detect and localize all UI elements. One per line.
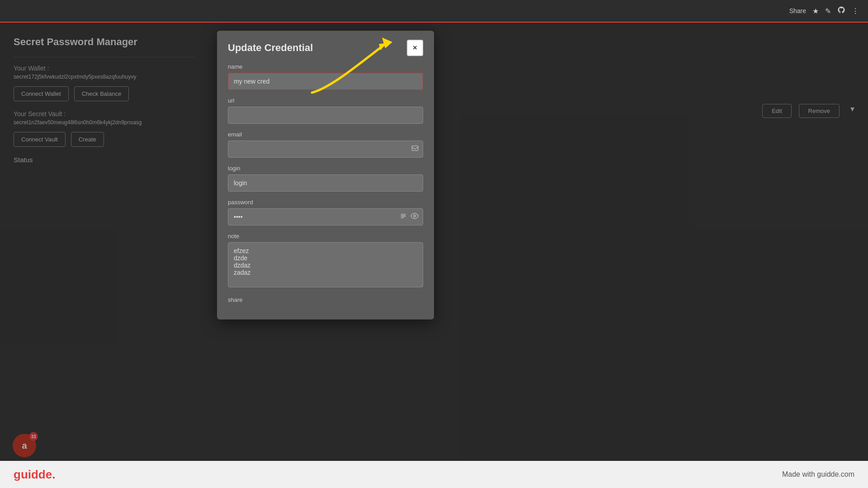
update-credential-modal: Update Credential × name url email — [217, 31, 434, 319]
note-input[interactable]: efzez dzde dzdaz zadaz — [228, 242, 423, 287]
modal-header: Update Credential × — [217, 31, 434, 63]
guidde-logo-text: guidde. — [14, 468, 55, 482]
login-input[interactable] — [228, 174, 423, 192]
toggle-password-icon[interactable] — [410, 212, 419, 222]
top-bar: Share ★ ✎ ⋮ — [0, 0, 868, 23]
email-input-wrapper — [228, 141, 423, 158]
modal-body: name url email login password — [217, 63, 434, 303]
svg-rect-1 — [412, 146, 418, 151]
edit-icon[interactable]: ✎ — [825, 7, 831, 15]
bottom-bar: guidde. Made with guidde.com — [0, 461, 868, 488]
share-field-group: share — [228, 296, 423, 303]
note-label: note — [228, 233, 423, 239]
modal-overlay — [0, 23, 868, 461]
svg-point-6 — [414, 215, 416, 217]
name-label: name — [228, 63, 423, 70]
password-label: password — [228, 199, 423, 206]
password-strength-icon — [400, 212, 407, 221]
password-input-wrapper — [228, 208, 423, 225]
made-with-text: Made with guidde.com — [782, 470, 854, 479]
email-icon[interactable] — [411, 145, 419, 154]
guidde-logo: guidde. — [14, 468, 55, 482]
modal-title: Update Credential — [228, 42, 313, 54]
login-field-group: login — [228, 165, 423, 192]
more-icon[interactable]: ⋮ — [852, 7, 859, 15]
url-field-group: url — [228, 97, 423, 124]
star-icon[interactable]: ★ — [812, 7, 819, 15]
login-label: login — [228, 165, 423, 172]
name-field-group: name — [228, 63, 423, 90]
password-field-group: password — [228, 199, 423, 225]
password-icons — [400, 212, 419, 222]
url-label: url — [228, 97, 423, 104]
modal-close-button[interactable]: × — [407, 40, 423, 56]
share-label: Share — [789, 7, 806, 14]
note-field-group: note efzez dzde dzdaz zadaz — [228, 233, 423, 289]
url-input[interactable] — [228, 107, 423, 124]
email-input[interactable] — [228, 141, 423, 158]
close-icon: × — [413, 44, 417, 52]
github-icon[interactable] — [837, 6, 845, 16]
name-input[interactable] — [228, 73, 423, 90]
email-field-group: email — [228, 131, 423, 158]
password-input[interactable] — [228, 208, 423, 225]
share-label: share — [228, 296, 423, 303]
top-bar-actions: Share ★ ✎ ⋮ — [789, 6, 859, 16]
email-label: email — [228, 131, 423, 138]
